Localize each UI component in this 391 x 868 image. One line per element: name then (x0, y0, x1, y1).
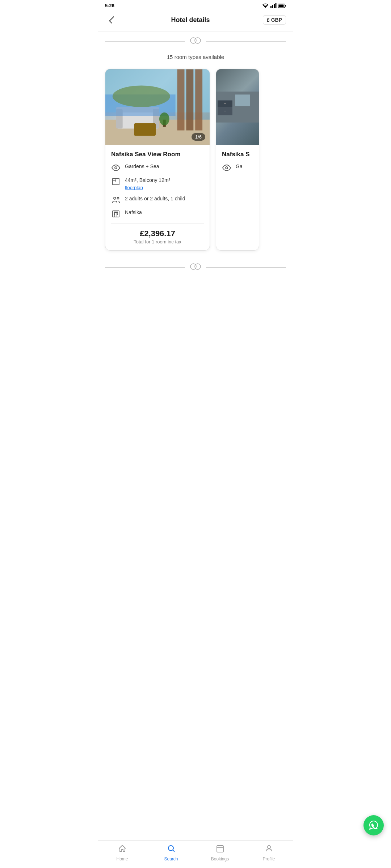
svg-rect-31 (114, 214, 115, 214)
room-occupancy-text-1: 2 adults or 2 adults, 1 child (125, 195, 185, 203)
room-cards-list: 1/6 Nafsika Sea View Room Gardens + Sea (98, 66, 293, 258)
floorplan-icon-1 (111, 177, 121, 186)
status-time: 5:26 (105, 3, 114, 8)
room-size-text-1: 44m², Balcony 12m² floorplan (125, 177, 170, 191)
divider-line-right (206, 41, 286, 42)
floorplan-link-1[interactable]: floorplan (125, 185, 143, 190)
room-view-feature-2: Ga (222, 163, 253, 173)
room-building-feature-1: Nafsika (111, 209, 204, 218)
room-price-1: £2,396.17 (111, 229, 204, 238)
bottom-divider-rings-icon (189, 263, 202, 272)
room-building-text-1: Nafsika (125, 209, 142, 216)
room-view-text-1: Gardens + Sea (125, 163, 159, 170)
room-view-text-2: Ga (236, 163, 243, 170)
signal-icon (270, 3, 277, 8)
svg-point-8 (195, 38, 201, 43)
top-divider (98, 32, 293, 51)
card-body-1: Nafsika Sea View Room Gardens + Sea (105, 145, 210, 250)
svg-rect-28 (114, 212, 115, 213)
eye-icon-1 (111, 163, 121, 173)
header: Hotel details £ GBP (98, 10, 293, 32)
svg-rect-5 (285, 5, 286, 7)
svg-point-40 (226, 167, 228, 169)
svg-rect-18 (195, 69, 202, 131)
svg-point-42 (195, 264, 201, 269)
wifi-icon (262, 3, 269, 8)
svg-rect-6 (279, 4, 284, 7)
svg-rect-2 (274, 4, 275, 8)
room-title-1: Nafsika Sea View Room (111, 151, 204, 158)
room-size-feature-1: 44m², Balcony 12m² floorplan (111, 177, 204, 191)
svg-rect-0 (270, 6, 272, 8)
card-divider-1 (111, 224, 204, 224)
svg-rect-29 (115, 212, 116, 213)
svg-rect-16 (177, 69, 185, 131)
status-bar: 5:26 (98, 0, 293, 10)
svg-rect-39 (235, 94, 250, 106)
status-icons (262, 3, 286, 8)
battery-icon (278, 4, 286, 8)
svg-point-23 (115, 167, 117, 169)
svg-point-26 (117, 197, 119, 199)
back-chevron-icon (109, 16, 116, 24)
card-body-2: Nafsika S Ga (216, 145, 259, 183)
bottom-divider-line-left (105, 267, 185, 268)
back-button[interactable] (105, 13, 118, 26)
room-price-label-1: Total for 1 room inc tax (111, 239, 204, 244)
svg-rect-36 (218, 109, 232, 115)
svg-point-22 (159, 112, 169, 125)
room-occupancy-feature-1: 2 adults or 2 adults, 1 child (111, 195, 204, 205)
room-price-section-1: £2,396.17 Total for 1 room inc tax (111, 229, 204, 244)
svg-point-20 (113, 85, 170, 107)
svg-rect-37 (224, 103, 226, 104)
svg-rect-17 (186, 69, 193, 131)
image-counter-1: 1/6 (192, 133, 205, 141)
svg-rect-15 (134, 123, 156, 136)
building-icon-1 (111, 209, 121, 218)
room-image-2 (216, 69, 259, 145)
svg-rect-3 (276, 3, 277, 8)
svg-rect-32 (117, 214, 118, 214)
currency-selector[interactable]: £ GBP (263, 15, 286, 25)
bottom-divider (98, 258, 293, 301)
room-photo-2 (216, 69, 259, 145)
room-title-2: Nafsika S (222, 151, 253, 158)
svg-point-25 (114, 197, 116, 199)
room-card-2[interactable]: Nafsika S Ga (216, 69, 259, 251)
svg-rect-1 (272, 5, 273, 8)
svg-rect-30 (117, 212, 118, 213)
svg-rect-24 (113, 178, 119, 185)
svg-rect-38 (224, 111, 226, 111)
room-view-feature-1: Gardens + Sea (111, 163, 204, 173)
people-icon-1 (111, 195, 121, 205)
room-image-1: 1/6 (105, 69, 210, 145)
eye-icon-2 (222, 163, 231, 173)
page-title: Hotel details (171, 16, 210, 24)
bottom-divider-line-right (206, 267, 286, 268)
divider-rings-icon (189, 37, 202, 46)
room-card-1[interactable]: 1/6 Nafsika Sea View Room Gardens + Sea (105, 69, 210, 251)
room-count-text: 15 room types available (98, 51, 293, 66)
divider-line-left (105, 41, 185, 42)
